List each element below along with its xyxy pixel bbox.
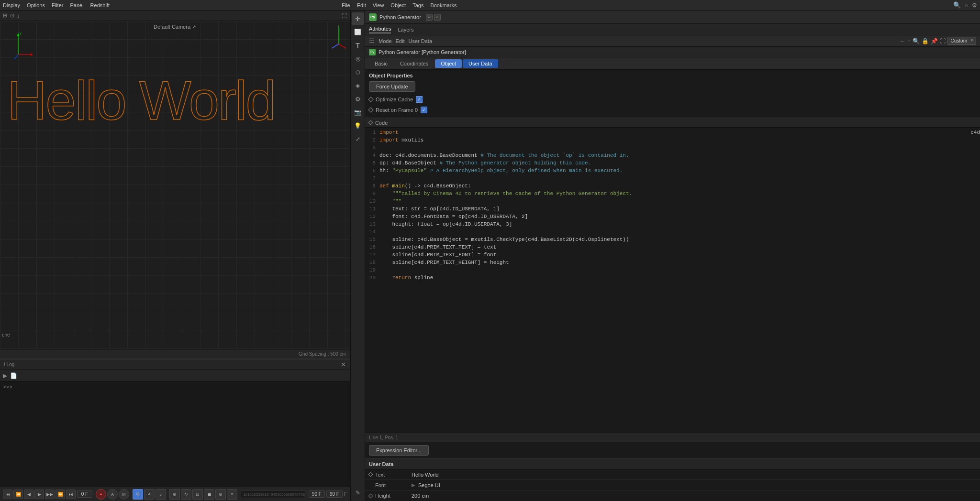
height-row-diamond [368,493,373,498]
log-clear-icon[interactable]: 📄 [10,372,17,379]
extra-btn2[interactable]: ↻ [181,489,191,500]
extra-btn3[interactable]: ⊡ [192,489,203,500]
menu-object[interactable]: Object [390,2,406,8]
menu-filter[interactable]: Filter [52,2,63,8]
toolbar-up-icon[interactable]: ↑ [908,38,911,44]
next-key-btn[interactable]: ⏩ [56,490,65,499]
object-icon: Py [369,49,376,55]
force-update-button[interactable]: Force Update [369,81,415,92]
extra-btn6[interactable]: ≡ [227,489,237,500]
toolbar-lock-icon[interactable]: 🔒 [922,38,929,44]
goto-end-btn[interactable]: ⏭ [66,490,76,499]
code-editor[interactable]: 1 import c4d 2 import mxutils 3 4 doc: c… [365,128,980,433]
expression-editor-button[interactable]: Expression Editor... [369,445,429,456]
svg-text:X: X [344,47,346,49]
mode-btn-mode[interactable]: Mode [379,38,392,44]
settings-icon[interactable]: ⚙ [972,2,977,9]
object-properties-title: Object Properties [369,73,976,78]
camera-label: Default Camera ↗ [154,24,196,30]
tool-camera[interactable]: 📷 [352,106,364,119]
goto-start-btn[interactable]: ⏮ [3,490,12,499]
log-content: >>> [0,381,350,487]
tool-move[interactable]: ✛ [352,12,364,25]
python-generator-icon: Py [369,13,377,21]
view-mode-3[interactable]: ♪ [156,489,166,500]
viewport-toolbar-icon3[interactable]: ↓ [17,13,20,19]
prev-key-btn[interactable]: ⏪ [13,490,23,499]
console-prompt: >>> [3,384,12,390]
user-data-row-font[interactable]: Font ▶ Segoe UI [365,480,980,490]
menu-bookmarks[interactable]: Bookmarks [430,2,457,8]
search-icon[interactable]: 🔍 [953,1,961,9]
mode-btn-edit[interactable]: Edit [396,38,405,44]
menu-view[interactable]: View [373,2,384,8]
tool-text[interactable]: T [352,39,364,52]
menu-tags[interactable]: Tags [412,2,423,8]
motion-btn[interactable]: M [119,489,129,500]
extra-btn4[interactable]: ◼ [204,489,214,500]
reset-frame-label: Reset on Frame 0 [376,107,418,113]
svg-text:Y: Y [19,32,22,36]
tool-deform[interactable]: ⤢ [352,133,364,145]
viewport-toolbar-icon2[interactable]: ⊡ [10,12,14,19]
axis-indicator: Y X [9,31,33,59]
end-frame-1[interactable]: 90 F [309,490,325,498]
menu-redshift[interactable]: Redshift [90,2,110,8]
tool-light[interactable]: 💡 [352,120,364,132]
tool-bottom[interactable]: ✎ [352,487,364,499]
extra-btn5[interactable]: ⊛ [215,489,226,500]
play-reverse-btn[interactable]: ▶▶ [45,490,55,499]
view-mode-1[interactable]: ⊞ [133,489,143,500]
custom-dropdown[interactable]: Custom ▼ [947,37,976,45]
tool-gear[interactable]: ⚙ [352,93,364,105]
grid-spacing-label: Grid Spacing : 500 cm [299,351,346,357]
tool-material[interactable]: ◈ [352,79,364,92]
menu-options[interactable]: Options [27,2,45,8]
current-frame[interactable]: 0 F [77,490,92,498]
user-data-row-text[interactable]: Text Hello World [365,469,980,480]
menu-display[interactable]: Display [3,2,20,8]
tab-user-data[interactable]: User Data [463,59,498,68]
toolbar-search-icon[interactable]: 🔍 [913,38,920,44]
optimize-cache-checkbox[interactable]: ✓ [416,96,423,103]
font-row-value: Segoe UI [418,482,976,488]
tool-cube[interactable]: ⬜ [352,26,364,38]
record-btn[interactable]: ● [96,489,106,500]
view-mode-2[interactable]: A [144,489,155,500]
py-gen-settings-icon[interactable]: ⚙ [426,14,433,21]
py-gen-check-icon[interactable]: ✓ [434,14,441,21]
log-play-icon[interactable]: ▶ [3,372,7,379]
tab-object[interactable]: Object [435,59,462,68]
viewport-expand-icon[interactable]: ⛶ [342,13,347,19]
toolbar-expand-icon[interactable]: ⛶ [940,38,946,44]
user-data-row-height[interactable]: Height 200 cm [365,490,980,501]
tab-basic[interactable]: Basic [369,59,393,68]
timeline-scale[interactable]: 10 15 20 25 30 35 40 45 50 55 60 65 70 7… [241,490,305,498]
reset-frame-checkbox[interactable]: ✓ [421,107,427,113]
menu-edit[interactable]: Edit [357,2,366,8]
tool-node[interactable]: ⬡ [352,66,364,78]
mode-menu-icon[interactable]: ☰ [369,37,375,44]
tab-attributes[interactable]: Attributes [369,26,391,33]
optimize-cache-label: Optimize Cache [376,97,413,102]
tab-coordinates[interactable]: Coordinates [394,59,434,68]
tool-circle[interactable]: ◎ [352,53,364,65]
toolbar-pin-icon[interactable]: 📌 [931,38,938,44]
menu-file[interactable]: File [342,2,350,8]
text-row-diamond [368,472,373,477]
tab-layers[interactable]: Layers [398,27,413,33]
extra-btn1[interactable]: ⊕ [169,489,180,500]
prev-frame-btn[interactable]: ◀ [24,490,33,499]
toolbar-back-icon[interactable]: ← [900,38,906,44]
bottom-frame-label: F [344,491,347,497]
viewport-toolbar-icon1[interactable]: ⊞ [3,12,7,19]
home-icon[interactable]: ⌂ [965,2,968,9]
menu-panel[interactable]: Panel [70,2,83,8]
mode-btn-userdata[interactable]: User Data [409,38,433,44]
play-btn[interactable]: ▶ [34,490,44,499]
height-row-label: Height [375,493,409,499]
autokey-btn[interactable]: A [107,489,118,500]
log-close-icon[interactable]: ✕ [341,361,346,368]
end-frame-2[interactable]: 90 F [326,490,343,498]
reset-diamond [368,107,373,112]
